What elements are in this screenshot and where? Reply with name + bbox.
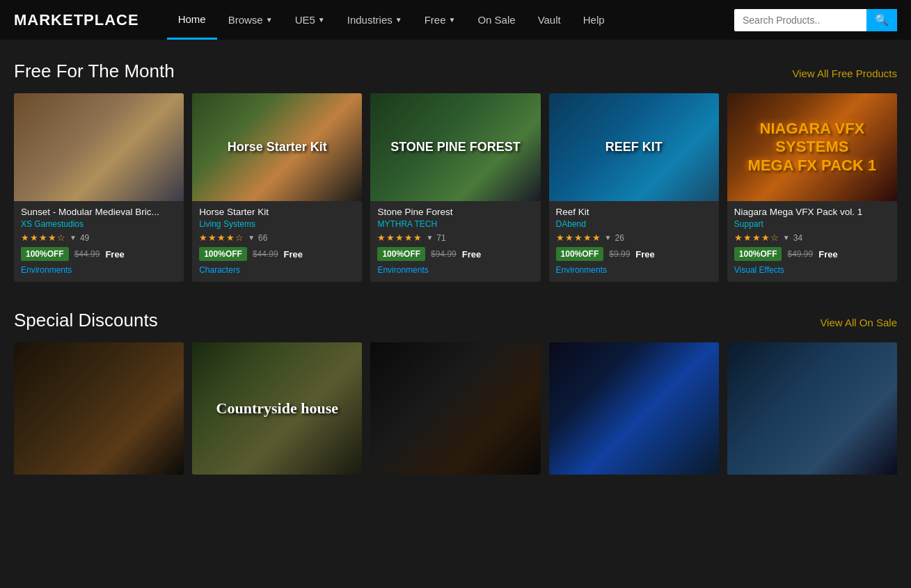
product-image-overlay-countryside: Countryside house — [192, 342, 362, 475]
product-image-text-horse: Horse Starter Kit — [222, 134, 333, 161]
product-category-forest[interactable]: Environments — [377, 265, 533, 275]
discounts-section-title: Special Discounts — [14, 310, 158, 331]
price-row-horse: 100%OFF$44.99Free — [199, 247, 355, 261]
product-author-niagara[interactable]: Suppart — [734, 219, 890, 229]
main-content: Free For The Month View All Free Product… — [0, 40, 911, 523]
chevron-down-icon: ▼ — [318, 16, 325, 24]
product-category-sunset[interactable]: Environments — [21, 265, 177, 275]
product-card-reef[interactable]: REEF KITReef KitDAbend★★★★★▼26100%OFF$9.… — [549, 93, 719, 282]
product-image-industrial — [727, 342, 897, 475]
free-label-horse: Free — [284, 249, 303, 260]
rating-row-sunset: ★★★★☆▼49 — [21, 232, 177, 243]
rating-arrow-reef: ▼ — [605, 234, 612, 241]
product-image-portal — [549, 342, 719, 475]
rating-count-sunset: 49 — [80, 233, 89, 243]
original-price-horse: $44.99 — [253, 249, 278, 259]
discounts-products-grid: Countryside house — [14, 342, 897, 475]
product-image-overlay-horse: Horse Starter Kit — [192, 93, 362, 201]
free-label-niagara: Free — [818, 249, 837, 260]
nav-link-on-sale[interactable]: On Sale — [466, 0, 526, 40]
product-image-overlay-reef: REEF KIT — [549, 93, 719, 201]
price-row-forest: 100%OFF$94.99Free — [377, 247, 533, 261]
stars-reef: ★★★★★ — [556, 232, 601, 243]
nav-links: HomeBrowse ▼UE5 ▼Industries ▼Free ▼On Sa… — [167, 0, 734, 40]
nav-link-ue5[interactable]: UE5 ▼ — [284, 0, 336, 40]
nav-link-free[interactable]: Free ▼ — [413, 0, 467, 40]
product-card-portal[interactable] — [549, 342, 719, 475]
nav-link-browse[interactable]: Browse ▼ — [217, 0, 284, 40]
product-card-horse[interactable]: Horse Starter KitHorse Starter KitLiving… — [192, 93, 362, 282]
free-section-title: Free For The Month — [14, 61, 175, 82]
nav-link-vault[interactable]: Vault — [527, 0, 572, 40]
discount-badge-forest: 100%OFF — [377, 247, 425, 261]
search-input[interactable] — [734, 10, 866, 30]
product-category-niagara[interactable]: Visual Effects — [734, 265, 890, 275]
product-card-countryside[interactable]: Countryside house — [192, 342, 362, 475]
view-all-sale-link[interactable]: View All On Sale — [820, 317, 897, 328]
original-price-sunset: $44.99 — [74, 249, 100, 259]
product-card-forest[interactable]: STONE PINE FORESTStone Pine ForestMYTHRA… — [370, 93, 540, 282]
product-image-overlay-forest: STONE PINE FOREST — [370, 93, 540, 201]
rating-arrow-niagara: ▼ — [783, 234, 790, 241]
brand-logo[interactable]: MARKETPLACE — [14, 11, 139, 29]
free-label-sunset: Free — [105, 249, 124, 260]
rating-count-niagara: 34 — [793, 233, 802, 243]
product-image-text-niagara: NIAGARA VFX SYSTEMS MEGA FX PACK 1 — [727, 114, 897, 180]
rating-row-forest: ★★★★★▼71 — [377, 232, 533, 243]
product-image-forest: STONE PINE FOREST — [370, 93, 540, 201]
product-author-forest[interactable]: MYTHRA TECH — [377, 219, 533, 229]
product-info-reef: Reef KitDAbend★★★★★▼26100%OFF$9.99FreeEn… — [549, 201, 719, 282]
stars-niagara: ★★★★☆ — [734, 232, 779, 243]
rating-row-reef: ★★★★★▼26 — [556, 232, 712, 243]
product-image-overlay-niagara: NIAGARA VFX SYSTEMS MEGA FX PACK 1 — [727, 93, 897, 201]
product-card-industrial[interactable] — [727, 342, 897, 475]
nav-link-help[interactable]: Help — [572, 0, 616, 40]
product-image-spider — [370, 342, 540, 475]
search-wrapper: 🔍 — [734, 9, 897, 31]
product-image-reef: REEF KIT — [549, 93, 719, 201]
search-button[interactable]: 🔍 — [866, 9, 897, 31]
price-row-niagara: 100%OFF$49.99Free — [734, 247, 890, 261]
product-author-horse[interactable]: Living Systems — [199, 219, 355, 229]
product-info-sunset: Sunset - Modular Medieval Bric...XS Game… — [14, 201, 184, 282]
discount-badge-niagara: 100%OFF — [734, 247, 782, 261]
chevron-down-icon: ▼ — [449, 16, 456, 24]
stars-forest: ★★★★★ — [377, 232, 422, 243]
product-category-reef[interactable]: Environments — [556, 265, 712, 275]
original-price-niagara: $49.99 — [787, 249, 813, 259]
product-card-spider[interactable] — [370, 342, 540, 475]
product-info-horse: Horse Starter KitLiving Systems★★★★☆▼661… — [192, 201, 362, 282]
product-name-niagara: Niagara Mega VFX Pack vol. 1 — [734, 207, 890, 217]
original-price-reef: $9.99 — [609, 249, 630, 259]
product-image-text-forest: STONE PINE FOREST — [385, 134, 526, 161]
product-card-niagara[interactable]: NIAGARA VFX SYSTEMS MEGA FX PACK 1Niagar… — [727, 93, 897, 282]
nav-link-industries[interactable]: Industries ▼ — [336, 0, 413, 40]
free-label-reef: Free — [635, 249, 654, 260]
product-card-library[interactable] — [14, 342, 184, 475]
product-image-niagara: NIAGARA VFX SYSTEMS MEGA FX PACK 1 — [727, 93, 897, 201]
nav-link-home[interactable]: Home — [167, 0, 217, 40]
product-image-library — [14, 342, 184, 475]
product-card-sunset[interactable]: Sunset - Modular Medieval Bric...XS Game… — [14, 93, 184, 282]
product-image-sunset — [14, 93, 184, 201]
chevron-down-icon: ▼ — [395, 16, 402, 24]
product-name-horse: Horse Starter Kit — [199, 207, 355, 217]
discount-badge-sunset: 100%OFF — [21, 247, 69, 261]
free-products-grid: Sunset - Modular Medieval Bric...XS Game… — [14, 93, 897, 282]
rating-row-niagara: ★★★★☆▼34 — [734, 232, 890, 243]
product-info-niagara: Niagara Mega VFX Pack vol. 1Suppart★★★★☆… — [727, 201, 897, 282]
price-row-sunset: 100%OFF$44.99Free — [21, 247, 177, 261]
rating-count-forest: 71 — [436, 233, 445, 243]
navbar: MARKETPLACE HomeBrowse ▼UE5 ▼Industries … — [0, 0, 911, 40]
rating-arrow-sunset: ▼ — [70, 234, 77, 241]
view-all-free-link[interactable]: View All Free Products — [792, 67, 897, 79]
product-author-sunset[interactable]: XS Gamestudios — [21, 219, 177, 229]
product-author-reef[interactable]: DAbend — [556, 219, 712, 229]
free-section-header: Free For The Month View All Free Product… — [14, 61, 897, 82]
free-label-forest: Free — [462, 249, 481, 260]
price-row-reef: 100%OFF$9.99Free — [556, 247, 712, 261]
rating-row-horse: ★★★★☆▼66 — [199, 232, 355, 243]
discount-badge-reef: 100%OFF — [556, 247, 604, 261]
product-category-horse[interactable]: Characters — [199, 265, 355, 275]
product-name-forest: Stone Pine Forest — [377, 207, 533, 217]
